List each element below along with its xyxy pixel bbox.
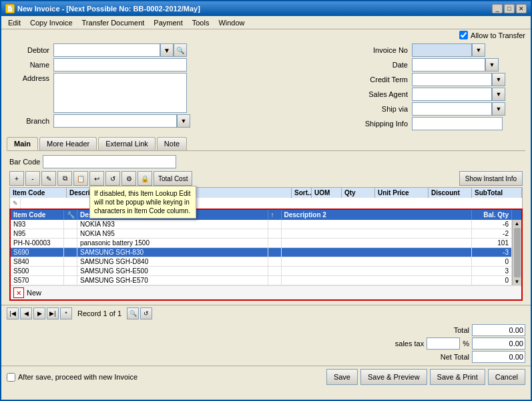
sales-agent-input[interactable] [412, 88, 492, 101]
sales-tax-rate-input[interactable]: 10.00 [427, 338, 460, 350]
menu-edit[interactable]: Edit [4, 18, 25, 27]
close-button[interactable]: ✕ [516, 4, 527, 13]
grid-add-btn[interactable]: + [9, 171, 24, 186]
item-lookup-tooltip: If disabled, this Item Lookup Edit will … [89, 186, 196, 219]
ship-via-input[interactable] [412, 102, 492, 116]
grid-paste-btn[interactable]: 📋 [73, 171, 88, 186]
tab-main[interactable]: Main [7, 137, 38, 150]
desc-cell: NOKIA N95 [77, 229, 268, 238]
name-row: Name [7, 58, 346, 72]
branch-dropdown-btn[interactable]: ▼ [177, 114, 190, 128]
save-print-button[interactable]: Save & Print [430, 369, 485, 385]
invoice-no-row: Invoice No <<New>> ▼ [352, 43, 525, 57]
lookup-grid-container: Item Code 🔧 Description ↑ Description 2 … [9, 209, 523, 301]
menu-payment[interactable]: Payment [150, 18, 186, 27]
item-code-cell: S570 [11, 276, 64, 285]
list-item[interactable]: N93 NOKIA N93 -6 [11, 220, 512, 229]
sales-agent-dropdown[interactable]: ▼ [492, 88, 505, 101]
grid-remove-btn[interactable]: - [25, 171, 40, 186]
barcode-input[interactable] [43, 155, 176, 168]
desc2-cell [282, 229, 473, 238]
debtor-dropdown-btn[interactable]: ▼ [160, 43, 174, 57]
title-bar-left: 📄 New Invoice - [Next Possible No: BB-00… [5, 4, 200, 13]
proceed-new-checkbox[interactable] [7, 373, 15, 382]
menu-transfer-document[interactable]: Transfer Document [78, 18, 149, 27]
name-input[interactable] [53, 58, 187, 72]
grid-config-btn[interactable]: ⚙ [121, 171, 136, 186]
grid-edit-btn[interactable]: ✎ [41, 171, 56, 186]
sales-agent-row: Sales Agent ▼ [352, 88, 525, 101]
grid-scrollbar[interactable]: ▲ ▼ [512, 220, 521, 285]
credit-term-dropdown[interactable]: ▼ [492, 73, 505, 86]
debtor-input-group: ▼ 🔍 [53, 43, 187, 57]
debtor-search-btn[interactable]: 🔍 [174, 43, 187, 57]
nav-refresh-btn[interactable]: ↺ [140, 307, 152, 319]
date-group: 17-05-2012 ▼ [412, 58, 499, 72]
grid-undo-btn[interactable]: ↩ [89, 171, 104, 186]
icon-cell [64, 276, 77, 285]
scroll-down-btn[interactable]: ▼ [514, 278, 521, 285]
tab-more-header[interactable]: More Header [39, 137, 97, 150]
menu-window[interactable]: Window [214, 18, 248, 27]
sales-tax-label: sales tax [370, 340, 424, 348]
branch-label: Branch [7, 117, 53, 125]
list-item[interactable]: N95 NOKIA N95 -2 [11, 229, 512, 239]
grid-delete-row-icon[interactable]: ✕ [13, 287, 24, 298]
bal-cell: 0 [472, 276, 512, 285]
tab-note[interactable]: Note [157, 137, 187, 150]
grid-new-label[interactable]: New [27, 289, 41, 297]
scroll-up-btn[interactable]: ▲ [514, 220, 521, 227]
menu-copy-invoice[interactable]: Copy Invoice [26, 18, 77, 27]
ship-via-dropdown[interactable]: ▼ [492, 102, 505, 116]
bal-cell: -3 [472, 248, 512, 257]
tab-external-link[interactable]: External Link [98, 137, 156, 150]
nav-new-btn[interactable]: * [60, 307, 72, 319]
bal-cell: -6 [472, 220, 512, 229]
debtor-input[interactable] [53, 43, 160, 57]
invoice-no-input[interactable]: <<New>> [412, 43, 472, 57]
nav-prev-btn[interactable]: ◀ [20, 307, 32, 319]
list-item[interactable]: S570 SAMSUNG SGH-E570 0 [11, 276, 512, 285]
grid-new-row: ✕ New [11, 285, 521, 299]
lookup-header-desc2: Description 2 [282, 210, 473, 220]
invoice-no-dropdown[interactable]: ▼ [472, 43, 485, 57]
nav-first-btn[interactable]: |◀ [7, 307, 19, 319]
list-item[interactable]: S500 SAMSUNG SGH-E500 3 [11, 267, 512, 276]
maximize-button[interactable]: □ [504, 4, 515, 13]
list-item[interactable]: S690 SAMSUNG SGH-830 -3 [11, 248, 512, 257]
nav-search-btn[interactable]: 🔍 [127, 307, 139, 319]
save-preview-button[interactable]: Save & Preview [360, 369, 427, 385]
icon-cell [64, 267, 77, 275]
minimize-button[interactable]: _ [492, 4, 503, 13]
main-grid-header-uom: UOM [312, 188, 342, 198]
lookup-header-scroll-space [512, 210, 521, 220]
list-item[interactable]: PH-N-00003 panasonic battery 1500 101 [11, 239, 512, 248]
menu-tools[interactable]: Tools [188, 18, 214, 27]
date-dropdown[interactable]: ▼ [485, 58, 499, 72]
grid-lock-btn[interactable]: 🔒 [138, 171, 152, 186]
address-input[interactable] [53, 73, 187, 113]
save-button[interactable]: Save [326, 369, 358, 385]
nav-next-btn[interactable]: ▶ [33, 307, 45, 319]
debtor-label: Debtor [7, 46, 53, 54]
shipping-info-label: Shipping Info [352, 120, 412, 128]
show-instant-info-btn[interactable]: Show Instant Info [459, 171, 523, 186]
cancel-button[interactable]: Cancel [488, 369, 525, 385]
allow-transfer-checkbox[interactable] [459, 31, 468, 39]
credit-term-input[interactable] [412, 73, 492, 86]
icon-cell [64, 229, 77, 238]
lookup-header-bal: Bal. Qty [472, 210, 512, 220]
main-grid-header-item-code: Item Code [10, 188, 67, 198]
shipping-info-input[interactable] [412, 117, 503, 130]
main-grid-header-sub: SubTotal [472, 188, 522, 198]
list-item[interactable]: S840 SAMSUNG SGH-D840 0 [11, 257, 512, 267]
nav-last-btn[interactable]: ▶| [47, 307, 59, 319]
grid-copy-btn[interactable]: ⧉ [57, 171, 72, 186]
debtor-row: Debtor ▼ 🔍 [7, 43, 346, 57]
branch-input-group: ▼ [53, 114, 190, 128]
branch-input[interactable] [53, 114, 177, 128]
tab-content-main: Bar Code + - ✎ ⧉ 📋 ↩ ↺ ⚙ 🔒 Total Cost If… [7, 150, 525, 305]
total-cost-btn[interactable]: Total Cost [154, 171, 192, 186]
form-area: Debtor ▼ 🔍 Name Address Branch ▼ [1, 41, 531, 134]
date-input[interactable]: 17-05-2012 [412, 58, 485, 72]
